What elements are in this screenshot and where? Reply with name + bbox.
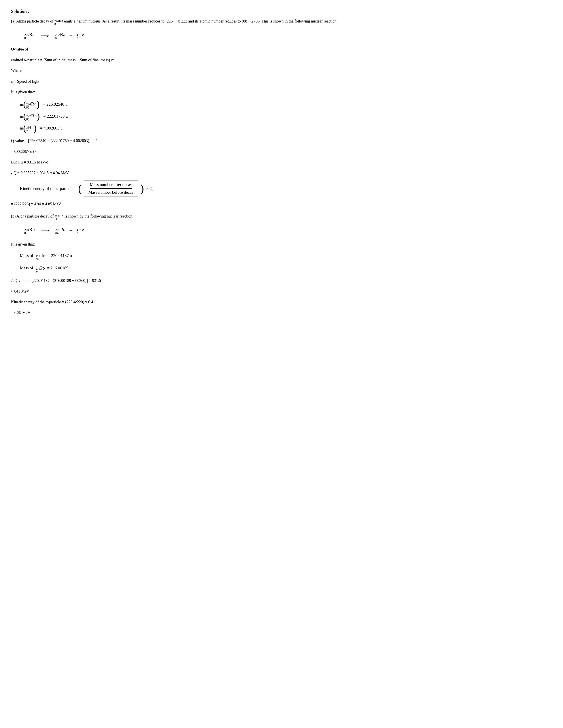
part-a-reaction: 226 88 Ra ⟶ 222 86 Ra + 4 2 He bbox=[24, 32, 552, 40]
reactant-Rn-b: 220 86 Rn bbox=[24, 227, 35, 235]
He-b-sym: He bbox=[78, 227, 84, 232]
ke-denominator: Mass number before decay bbox=[88, 190, 133, 195]
He-b-atomic: 2 bbox=[77, 232, 78, 235]
Rn-inline-scripts: 220 86 bbox=[55, 215, 59, 220]
Rn-b-inline-mass: 220 bbox=[36, 255, 40, 258]
ke-open-paren: ( bbox=[78, 184, 81, 194]
Po-inline: 216 84 Po bbox=[36, 264, 45, 273]
part-a-intro-text1: (a) Alpha particle decay of bbox=[11, 19, 53, 23]
Rn-inline-nuc: 220 86 Rn bbox=[55, 213, 63, 220]
ra-scripts: 226 88 bbox=[54, 20, 59, 25]
ra-atomic-num: 88 bbox=[54, 23, 59, 25]
Ra-scripts: 226 88 bbox=[24, 34, 29, 40]
Rn-b-inline-atomic: 86 bbox=[36, 258, 40, 261]
He-mass: 4 bbox=[77, 34, 78, 37]
He-sym: He bbox=[78, 32, 84, 37]
product1-Po: 216 84 Po bbox=[55, 227, 65, 235]
open-paren-Rn: ( bbox=[23, 112, 26, 121]
ke-numerator: Mass number after decay bbox=[90, 182, 132, 189]
m-Ra-m: m bbox=[20, 101, 23, 108]
mass-Po-line: Mass of 216 84 Po = 216.00189 u bbox=[20, 264, 552, 273]
Ra-m-scripts: 226 88 bbox=[26, 103, 31, 109]
Rn-b-inline-scripts: 220 86 bbox=[36, 255, 40, 261]
He-m-symbol: He bbox=[28, 123, 34, 132]
Ra-atomic: 88 bbox=[24, 37, 29, 40]
qcalc2-a: = 0.005297 u c² bbox=[11, 148, 552, 155]
Po-atomic: 84 bbox=[55, 232, 60, 235]
Ra-m-symbol: Ra bbox=[31, 99, 36, 108]
m-Ra-line: m ( 226 88 Ra ) = 226.02540 u bbox=[20, 99, 552, 109]
mass-Po-label: Mass of bbox=[20, 266, 33, 270]
Rn-b-inline-sym: Rn bbox=[40, 252, 45, 260]
qcalc1-b: ∴ Q-value = [220.01137 - (216.00189 +.00… bbox=[11, 277, 552, 284]
He-b-scripts: 4 2 bbox=[77, 229, 78, 235]
close-paren-He: ) bbox=[34, 124, 37, 133]
part-a-intro: (a) Alpha particle decay of 226 88 Ra em… bbox=[11, 18, 552, 25]
Rn-b-atomic: 86 bbox=[24, 232, 29, 235]
Rn-atomic: 86 bbox=[55, 37, 60, 40]
given-label: It is given that: bbox=[11, 89, 552, 96]
He-m-scripts: 4 2 bbox=[26, 127, 28, 133]
Ra-m-mass: 226 bbox=[26, 103, 31, 106]
mass-Rn-b-label: Mass of bbox=[20, 253, 33, 258]
open-paren-Ra: ( bbox=[23, 100, 26, 109]
ke-label: Kinetic energy of the α-particle = bbox=[20, 186, 76, 191]
product2-He-b: 4 2 He bbox=[77, 227, 84, 235]
He-m-atomic: 2 bbox=[26, 130, 28, 133]
Rn-inline-symbol: Rn bbox=[59, 213, 64, 219]
Rn-in-m: 222 86 Rn bbox=[26, 111, 37, 121]
Rn-inline-mass: 220 bbox=[55, 215, 59, 218]
m-He-m: m bbox=[20, 124, 23, 132]
product1-Rn: 222 86 Ra bbox=[55, 32, 65, 40]
Rn-m-symbol: Rn bbox=[31, 111, 37, 120]
He-in-m: 4 2 He bbox=[26, 123, 34, 133]
Rn-sym: Ra bbox=[60, 32, 65, 37]
Rn-scripts: 222 86 bbox=[55, 34, 60, 40]
He-b-mass: 4 bbox=[77, 229, 78, 232]
part-b-intro-text1: (b) Alpha particle decay of bbox=[11, 214, 54, 218]
Rn-mass: 222 bbox=[55, 34, 60, 37]
m-Ra-expr: m ( 226 88 Ra ) = 226.02540 u bbox=[20, 99, 68, 109]
m-Rn-m: m bbox=[20, 113, 23, 120]
plus2: + bbox=[69, 227, 73, 234]
qvalue-desc: emitted α-particle = (Sum of initial mas… bbox=[11, 57, 552, 64]
reactant-Ra: 226 88 Ra bbox=[24, 32, 34, 40]
ke-formula: Kinetic energy of the α-particle = ( Mas… bbox=[20, 180, 552, 197]
Rn-b-sym: Rn bbox=[29, 227, 35, 232]
Po-mass: 216 bbox=[55, 229, 60, 232]
Ra-in-m: 226 88 Ra bbox=[26, 99, 36, 109]
m-Rn-expr: m ( 222 86 Rn ) = 222.01750 u bbox=[20, 111, 68, 121]
ke-times-q: × Q bbox=[146, 186, 152, 191]
Po-inline-scripts: 216 84 bbox=[36, 267, 40, 273]
mass-Po-val: = 216.00189 u bbox=[47, 266, 71, 270]
He-atomic: 2 bbox=[77, 37, 78, 40]
m-Ra-val: = 226.02540 u bbox=[43, 101, 67, 108]
ke-calc-a: = (222/226) x 4.94 = 4.85 MeV bbox=[11, 201, 552, 208]
close-paren-Ra: ) bbox=[36, 100, 39, 109]
He-scripts: 4 2 bbox=[77, 34, 78, 40]
Po-inline-sym: Po bbox=[40, 264, 45, 272]
Rn-m-mass: 222 bbox=[26, 115, 31, 118]
c-def: c = Speed of light bbox=[11, 78, 552, 85]
ke-result-b: = 6.29 MeV bbox=[11, 309, 552, 316]
He-m-mass: 4 bbox=[26, 127, 28, 130]
Po-inline-atomic: 84 bbox=[36, 270, 40, 273]
Ra-sym: Ra bbox=[29, 32, 34, 37]
part-b-intro-text2: is shown by the following nuclear reacti… bbox=[64, 214, 133, 218]
m-He-expr: m ( 4 2 He ) = 4.002603 u bbox=[20, 123, 62, 133]
Rn-b-inline: 220 86 Rn bbox=[36, 252, 45, 261]
part-b-reaction: 220 86 Rn ⟶ 216 84 Po + 4 2 He bbox=[24, 227, 552, 235]
Po-sym: Po bbox=[60, 227, 65, 232]
solution-title: Solution : bbox=[11, 9, 552, 14]
ke-close-paren: ) bbox=[140, 184, 144, 194]
part-a-intro-text2: emits a helium nucleus. As a result, its… bbox=[64, 19, 337, 23]
open-paren-He: ( bbox=[23, 124, 26, 133]
ra-symbol: Ra bbox=[59, 18, 63, 24]
m-Rn-val: = 222.01750 u bbox=[43, 113, 68, 120]
Rn-m-scripts: 222 86 bbox=[26, 115, 31, 121]
solution-section: Solution : (a) Alpha particle decay of 2… bbox=[11, 9, 552, 316]
qcalc2-b: ≈ 641 MeV bbox=[11, 288, 552, 295]
m-He-line: m ( 4 2 He ) = 4.002603 u bbox=[20, 123, 552, 133]
ra-inline-nuc: 226 88 Ra bbox=[54, 18, 63, 25]
Po-inline-mass: 216 bbox=[36, 267, 40, 270]
